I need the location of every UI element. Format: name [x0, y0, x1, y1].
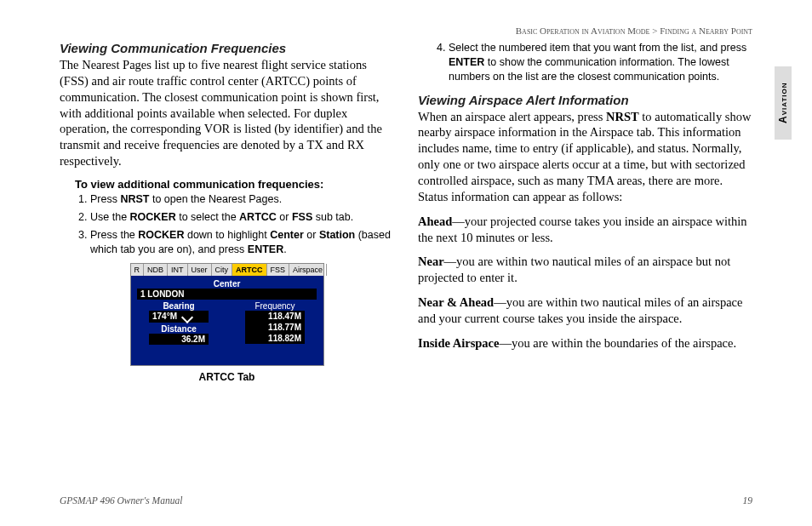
para-comm-freq: The Nearest Pages list up to five neares…	[60, 57, 394, 169]
para-key: NRST	[606, 110, 639, 123]
status-definitions: Ahead—your projected course takes you in…	[418, 214, 752, 352]
step-key: ENTER	[449, 56, 484, 68]
step-text: down to highlight	[184, 229, 270, 241]
footer-manual-title: GPSMAP 496 Owner's Manual	[60, 495, 182, 506]
footer-page-number: 19	[743, 495, 753, 506]
def-body: —your projected course takes you inside …	[418, 214, 747, 244]
left-column: Viewing Communication Frequencies The Ne…	[60, 41, 394, 383]
def-term: Inside Airspace	[418, 336, 499, 350]
def-term: Near & Ahead	[418, 295, 494, 309]
step-text: to show the communication information. T…	[449, 56, 729, 83]
device-freq: 118.82M	[245, 333, 305, 344]
device-bearing-value: 174°M	[149, 311, 209, 322]
def-body: —you are within two nautical miles of an…	[418, 254, 730, 284]
device-body: Center 1 LONDON Bearing 174°M Distance 3…	[131, 276, 323, 364]
step-key: ARTCC	[239, 211, 277, 223]
page-columns: Viewing Communication Frequencies The Ne…	[60, 41, 752, 383]
breadcrumb-b: Finding a Nearby Point	[660, 26, 752, 36]
device-freq: 118.47M	[245, 311, 305, 322]
device-center-value: 1 LONDON	[137, 289, 317, 300]
device-center-label: Center	[134, 279, 321, 289]
step-text: .	[283, 243, 286, 255]
device-value-text: 174°M	[152, 312, 177, 321]
device-tab: R	[131, 264, 145, 276]
step-key: NRST	[120, 193, 149, 205]
device-distance-value: 36.2M	[149, 334, 209, 345]
step-key: ENTER	[248, 243, 283, 255]
step-text: Press	[90, 193, 120, 205]
device-bearing-label: Bearing	[134, 301, 225, 311]
step-4-wrap: Select the numbered item that you want f…	[433, 41, 752, 84]
page-footer: GPSMAP 496 Owner's Manual 19	[60, 495, 752, 506]
step-4: Select the numbered item that you want f…	[449, 41, 752, 84]
arrow-down-icon	[181, 312, 193, 323]
def-term: Near	[418, 254, 444, 268]
device-tab: City	[212, 264, 233, 276]
step-key: Center	[270, 229, 304, 241]
step-text: sub tab.	[312, 211, 353, 223]
figure-caption: ARTCC Tab	[60, 371, 394, 383]
step-key: ROCKER	[138, 229, 184, 241]
def-inside: Inside Airspace—you are within the bound…	[418, 335, 752, 352]
device-tab: INT	[168, 264, 188, 276]
heading-airspace-alert: Viewing Airspace Alert Information	[418, 93, 752, 107]
para-text: When an airspace alert appears, press	[418, 110, 606, 123]
step-text: or	[277, 211, 292, 223]
para-airspace-alert: When an airspace alert appears, press NR…	[418, 109, 752, 205]
device-freq: 118.77M	[245, 322, 305, 333]
breadcrumb-a: Basic Operation in Aviation Mode	[516, 26, 650, 36]
step-key: FSS	[292, 211, 312, 223]
device-frequency-label: Frequency	[230, 301, 321, 311]
def-term: Ahead	[418, 214, 452, 228]
step-text: to open the Nearest Pages.	[149, 193, 282, 205]
step-text: to select the	[176, 211, 239, 223]
step-2: Use the ROCKER to select the ARTCC or FS…	[90, 210, 394, 225]
device-tabs: R NDB INT User City ARTCC FSS Airspace	[131, 264, 323, 276]
step-text: Select the numbered item that you want f…	[449, 42, 746, 54]
def-ahead: Ahead—your projected course takes you in…	[418, 214, 752, 246]
device-tab: Airspace	[289, 264, 327, 276]
howto-title: To view additional communication frequen…	[75, 178, 394, 191]
step-1: Press NRST to open the Nearest Pages.	[90, 192, 394, 207]
device-tab: User	[188, 264, 212, 276]
breadcrumb: Basic Operation in Aviation Mode > Findi…	[60, 26, 752, 36]
def-near-ahead: Near & Ahead—you are within two nautical…	[418, 294, 752, 327]
def-body: —you are within the boundaries of the ai…	[499, 336, 736, 350]
def-near: Near—you are within two nautical miles o…	[418, 254, 752, 286]
steps-list: Press NRST to open the Nearest Pages. Us…	[75, 192, 394, 257]
device-figure: R NDB INT User City ARTCC FSS Airspace C…	[60, 263, 394, 382]
device-tab: FSS	[267, 264, 290, 276]
device-distance-label: Distance	[134, 324, 225, 334]
heading-comm-freq: Viewing Communication Frequencies	[60, 41, 394, 55]
step-text: Press the	[90, 229, 138, 241]
device-tab: NDB	[144, 264, 168, 276]
breadcrumb-sep: >	[649, 26, 660, 36]
step-key: ROCKER	[130, 211, 176, 223]
section-side-tab: Aviation	[775, 66, 792, 140]
step-key: Station	[319, 229, 355, 241]
device-tab-active: ARTCC	[232, 264, 267, 276]
step-text: or	[304, 229, 319, 241]
device-screen: R NDB INT User City ARTCC FSS Airspace C…	[130, 263, 324, 365]
right-column: Select the numbered item that you want f…	[418, 41, 752, 383]
step-text: Use the	[90, 211, 130, 223]
step-3: Press the ROCKER down to highlight Cente…	[90, 228, 394, 257]
para-text: to automatically show nearby airspace in…	[418, 110, 751, 203]
